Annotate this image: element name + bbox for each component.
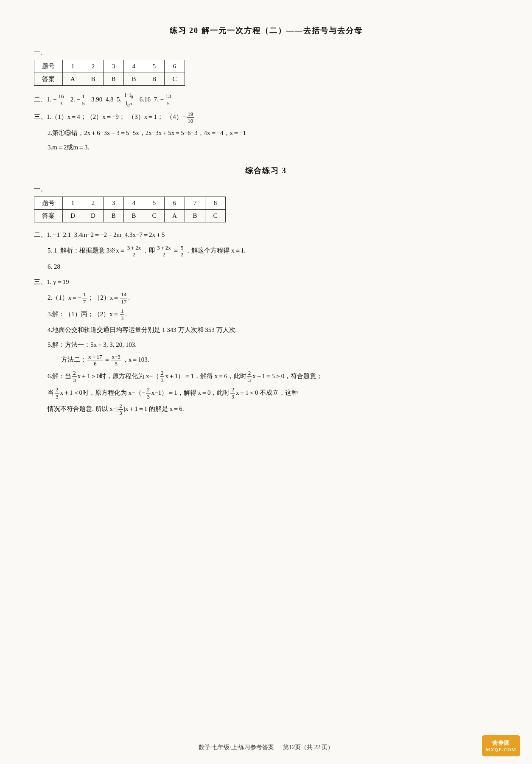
table2-header-3: 3: [104, 197, 124, 209]
section2-san-2: 2.（1）x＝−17；（2）x＝1417.: [48, 291, 498, 305]
table2-header-4: 4: [124, 197, 144, 209]
table2-ans-2: D: [83, 209, 104, 222]
table1-ans-3: B: [104, 73, 124, 86]
section2-san-6c: 情况不符合题意. 所以 x−|23|x＋1＝1 的解是 x＝6.: [48, 402, 498, 416]
table1-header-1: 1: [63, 60, 83, 73]
table2-ans-4: B: [124, 209, 144, 222]
table2: 题号 1 2 3 4 5 6 7 8 答案 D D B B C A B C: [34, 197, 226, 222]
table1-header-0: 题号: [34, 60, 63, 73]
table2-ans-3: B: [104, 209, 124, 222]
table2-header-7: 7: [185, 197, 205, 209]
watermark: 营养圆 MXQE.COM: [482, 735, 520, 756]
title1: 练习 20 解一元一次方程（二）——去括号与去分母: [34, 25, 498, 36]
section2-er-6: 6. 28: [48, 261, 498, 273]
table2-ans-1: D: [63, 209, 83, 222]
table2-ans-7: B: [185, 209, 205, 222]
table2-header-5: 5: [144, 197, 165, 209]
table1-header-6: 6: [165, 60, 185, 73]
section2-san-1: 三、1. y＝19: [34, 275, 498, 289]
title2: 综合练习 3: [34, 166, 498, 176]
section1-er-label: 二、1. −163 2. −15 3.90 4.8 5. l−l0l0a 6.1…: [34, 92, 498, 108]
table2-header-2: 2: [83, 197, 104, 209]
section2-san-6a: 6.解：当23x＋1＞0时，原方程化为 x−（23x＋1）＝1，解得 x＝6，此…: [48, 370, 498, 384]
table2-ans-5: C: [144, 209, 165, 222]
table1-header-2: 2: [83, 60, 104, 73]
table1: 题号 1 2 3 4 5 6 答案 A B B B B C: [34, 60, 185, 86]
watermark-line1: 营养圆: [492, 739, 510, 747]
table1-header-3: 3: [104, 60, 124, 73]
table1-row-label: 答案: [34, 73, 63, 86]
table2-header-6: 6: [165, 197, 185, 209]
table2-header-0: 题号: [34, 197, 63, 209]
table1-ans-6: C: [165, 73, 185, 86]
table1-ans-1: A: [63, 73, 83, 86]
table1-header-4: 4: [124, 60, 144, 73]
section2-san-6b: 当23x＋1＜0时，原方程化为 x−（−23x−1）＝1，解得 x＝0，此时23…: [48, 386, 498, 400]
section2-yi-label: 一、: [34, 185, 498, 193]
table1-ans-5: B: [144, 73, 165, 86]
table2-header-8: 8: [205, 197, 226, 209]
section1-san-label: 三、1.（1）x＝4；（2）x＝−9； （3）x＝1； （4）−1910: [34, 110, 498, 124]
section2-san-3: 3.解：（1）丙；（2）x＝13.: [48, 308, 498, 322]
section2-san-5a: 5.解：方法一：5x＋3, 3, 20, 103.: [48, 339, 498, 351]
section2-er-5: 5. 1 解析：根据题意 3※x＝3＋2x2，即3＋2x2＝52，解这个方程得 …: [48, 244, 498, 258]
page: 练习 20 解一元一次方程（二）——去括号与去分母 一、 题号 1 2 3 4 …: [0, 0, 532, 764]
table2-header-1: 1: [63, 197, 83, 209]
footer-page: 第12页（共 22 页）: [283, 744, 333, 750]
section1-san-3: 3.m＝2或m＝3.: [48, 141, 498, 154]
section2-san-5b: 方法二：x＋176＝x−35，x＝103.: [61, 353, 498, 367]
table1-header-5: 5: [144, 60, 165, 73]
section2-san-4: 4.地面公交和轨道交通日均客运量分别是 1 343 万人次和 353 万人次.: [48, 324, 498, 336]
section2-er-1: 二、1. −1 2.1 3.4m−2＝−2＋2m 4.3x−7＝2x＋5: [34, 228, 498, 242]
watermark-line2: MXQE.COM: [486, 747, 516, 752]
table1-ans-4: B: [124, 73, 144, 86]
table2-row-label: 答案: [34, 209, 63, 222]
footer: 数学·七年级·上·练习参考答案 第12页（共 22 页）: [0, 744, 532, 751]
table2-ans-8: C: [205, 209, 226, 222]
footer-text: 数学·七年级·上·练习参考答案: [199, 744, 274, 750]
section1-label: 一、: [34, 48, 498, 56]
table2-ans-6: A: [165, 209, 185, 222]
table1-ans-2: B: [83, 73, 104, 86]
section1-san-2: 2.第①⑤错，2x＋6−3x＋3＝5−5x，2x−3x＋5x＝5−6−3，4x＝…: [48, 127, 498, 139]
